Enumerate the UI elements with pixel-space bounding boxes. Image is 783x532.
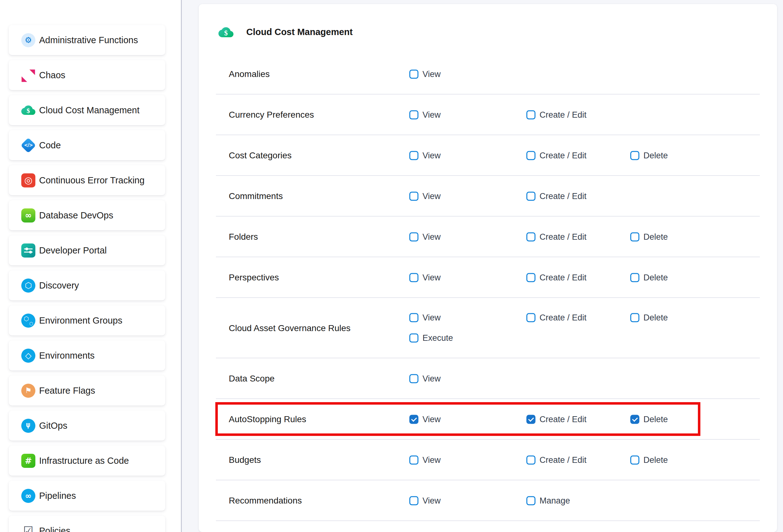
permission-label: Delete [644,151,668,160]
sidebar-item-label: Administrative Functions [39,35,138,45]
manage-checkbox[interactable] [526,496,535,505]
sidebar-item-infrastructure-as-code[interactable]: Infrastructure as Code [9,446,165,476]
permission-label: View [422,273,441,283]
row-anomalies: Anomalies View [199,54,777,95]
sidebar-item-label: Environments [39,350,95,361]
resource-label: Data Scope [229,374,275,384]
resource-label: Anomalies [229,69,270,79]
sidebar-item-environment-groups[interactable]: Environment Groups [9,306,165,336]
sidebar-item-label: Code [39,140,61,151]
sidebar-item-gitops[interactable]: GitOps [9,411,165,441]
permission-label: View [422,455,441,465]
policy-check-icon [21,524,35,532]
hexagon-group-icon [21,314,35,327]
sidebar-item-developer-portal[interactable]: Developer Portal [9,235,165,265]
view-checkbox[interactable] [409,70,418,79]
delete-checkbox[interactable] [630,313,639,322]
view-checkbox[interactable] [409,232,418,242]
view-checkbox[interactable] [409,151,418,160]
view-checkbox[interactable] [409,313,418,322]
resource-label: Recommendations [229,496,302,506]
row-currency-preferences: Currency Preferences View Create / Edit [199,95,777,135]
sidebar-item-label: Infrastructure as Code [39,456,129,466]
create-edit-checkbox[interactable] [526,232,535,242]
permission-label: View [422,151,441,160]
create-edit-checkbox[interactable] [526,415,535,424]
permission-label: Create / Edit [539,191,587,201]
resource-label: Folders [229,232,258,242]
panel-divider [181,0,182,532]
permission-label: Delete [644,273,668,283]
permission-label: View [422,496,441,506]
create-edit-checkbox[interactable] [526,456,535,465]
sidebar-item-administrative-functions[interactable]: Administrative Functions [9,25,165,55]
delete-checkbox[interactable] [630,232,639,242]
delete-checkbox[interactable] [630,273,639,282]
sidebar-item-database-devops[interactable]: Database DevOps [9,200,165,230]
gear-icon [21,33,35,47]
view-checkbox[interactable] [409,111,418,120]
sidebar-item-label: Policies [39,526,70,532]
permission-label: Manage [539,496,570,506]
view-checkbox[interactable] [409,273,418,282]
delete-checkbox[interactable] [630,151,639,160]
execute-checkbox[interactable] [409,334,418,343]
sidebar-item-label: Pipelines [39,491,76,501]
cube-icon [21,349,35,363]
flag-icon [21,384,35,398]
sidebar-item-code[interactable]: Code [9,130,165,160]
row-data-scope: Data Scope View [199,358,777,399]
permission-label: Create / Edit [539,415,587,424]
svg-text:$: $ [27,107,30,115]
row-cloud-asset-governance-rules: Cloud Asset Governance Rules View Create… [199,298,777,358]
permission-label: View [422,374,441,384]
view-checkbox[interactable] [409,496,418,505]
row-commitments: Commitments View Create / Edit [199,176,777,217]
sidebar-item-label: Cloud Cost Management [39,105,139,116]
permissions-panel: $ Cloud Cost Management Anomalies View C… [199,4,777,532]
sidebar-item-chaos[interactable]: Chaos [9,60,165,90]
permission-label: Create / Edit [539,232,587,242]
permission-label: View [422,110,441,120]
row-perspectives: Perspectives View Create / Edit Delete [199,257,777,298]
view-checkbox[interactable] [409,374,418,383]
resource-label: AutoStopping Rules [229,414,306,424]
create-edit-checkbox[interactable] [526,111,535,120]
delete-checkbox[interactable] [630,456,639,465]
view-checkbox[interactable] [409,415,418,424]
view-checkbox[interactable] [409,456,418,465]
sidebar-item-label: Feature Flags [39,385,95,396]
permission-label: Delete [644,415,668,424]
resource-label: Budgets [229,455,261,465]
resource-label: Currency Preferences [229,110,314,120]
create-edit-checkbox[interactable] [526,151,535,160]
sidebar-item-label: Chaos [39,70,65,81]
create-edit-checkbox[interactable] [526,313,535,322]
sidebar-item-pipelines[interactable]: Pipelines [9,481,165,511]
create-edit-checkbox[interactable] [526,192,535,201]
sidebar-item-environments[interactable]: Environments [9,341,165,371]
row-autostopping-rules: AutoStopping Rules View Create / Edit De… [199,399,777,440]
permissions-table: Anomalies View Currency Preferences View… [199,54,777,521]
row-budgets: Budgets View Create / Edit Delete [199,440,777,480]
resource-label: Commitments [229,191,283,201]
permission-label: Delete [644,313,668,323]
delete-checkbox[interactable] [630,415,639,424]
permission-label: View [422,313,441,323]
sidebar-item-label: GitOps [39,420,67,431]
permission-label: View [422,232,441,242]
permission-label: Create / Edit [539,455,587,465]
resource-label: Perspectives [229,273,279,283]
sidebar-item-policies[interactable]: Policies [9,516,165,532]
resource-label: Cost Categories [229,151,292,160]
cloud-dollar-icon: $ [218,25,233,40]
view-checkbox[interactable] [409,192,418,201]
sidebar-item-feature-flags[interactable]: Feature Flags [9,376,165,406]
sidebar-item-label: Continuous Error Tracking [39,175,145,186]
sidebar-item-label: Database DevOps [39,210,113,221]
sidebar-item-continuous-error-tracking[interactable]: Continuous Error Tracking [9,165,165,195]
sidebar-item-cloud-cost-management[interactable]: $ Cloud Cost Management [9,95,165,125]
permission-label: View [422,191,441,201]
sidebar-item-discovery[interactable]: Discovery [9,271,165,301]
create-edit-checkbox[interactable] [526,273,535,282]
